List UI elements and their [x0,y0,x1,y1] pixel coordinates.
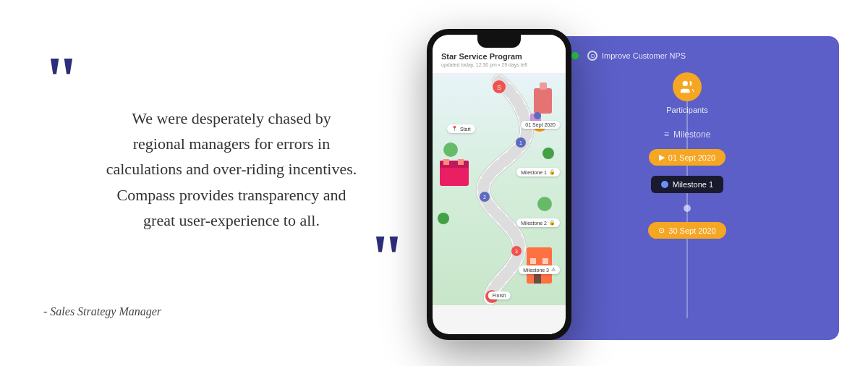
close-quote-row: " [43,226,420,291]
quote-text: We were desperately chased by regional m… [43,106,420,233]
svg-point-17 [534,112,541,119]
app-title: Star Service Program [441,52,557,61]
lock-icon: 🔒 [549,169,556,175]
svg-point-11 [537,197,552,211]
dashboard-content: Participants ≡ Milestone ▶ 01 Sept 2020 … [550,72,825,325]
svg-point-0 [683,81,688,86]
milestone-badge: Milestone 1 [651,176,723,193]
close-quote-mark: " [369,226,405,291]
svg-rect-15 [542,258,548,264]
date2-text: 30 Sept 2020 [668,226,715,235]
participants-svg [679,79,695,95]
start-icon: 📍 [451,126,458,132]
phone: Star Service Program updated today, 12:3… [427,29,571,340]
connector-dot [684,205,691,212]
start-date: 01 Sept 2020 [521,121,560,129]
svg-rect-8 [458,159,464,165]
quote-line-3: calculations and over-riding incentives. [106,160,357,178]
quote-line-2: regional managers for errors in [133,135,330,153]
app-subtitle: updated today, 12:30 pm • 29 days left [441,62,557,67]
date-pill-1: ▶ 01 Sept 2020 [649,149,726,166]
phone-map-area: S 1 2 3 F [433,74,566,305]
participants-label: Participants [666,106,707,114]
svg-rect-1 [534,88,552,114]
finish-label: Finish [488,291,511,299]
lock-icon-2: 🔒 [549,220,556,226]
open-quote-row: " [43,48,420,113]
milestone-badge-text: Milestone 1 [673,180,713,189]
play-icon: ▶ [659,153,665,162]
participants-node: Participants [666,72,707,114]
testimonial-section: " We were desperately chased by regional… [29,33,448,333]
dashboard-header: ⊙ Improve Customer NPS [550,51,825,61]
phone-wrapper: Star Service Program updated today, 12:3… [427,29,571,340]
ui-section: ⊙ Improve Customer NPS [448,22,839,344]
milestone-label-row: ≡ Milestone [664,129,711,140]
dashboard-card: ⊙ Improve Customer NPS [535,36,839,340]
svg-text:2: 2 [483,195,486,200]
quote-line-4: Compass provides transparency and [116,186,346,204]
phone-notch [477,35,521,48]
svg-text:1: 1 [519,140,522,145]
participants-icon [673,72,702,101]
start-label: 📍 Start [447,124,475,133]
clock-icon: ⊙ [658,226,665,235]
quote-wrapper: " We were desperately chased by regional… [43,48,420,291]
quote-line-1: We were desperately chased by [132,109,331,127]
svg-rect-14 [530,258,536,264]
traffic-light-green [571,52,579,59]
page-container: " We were desperately chased by regional… [0,0,868,366]
milestone-text: Milestone [673,129,710,140]
svg-rect-7 [443,159,449,165]
svg-text:S: S [497,84,501,91]
attribution: - Sales Strategy Manager [43,305,420,318]
alert-icon: ⚠ [551,267,556,273]
dashboard-title: ⊙ Improve Customer NPS [587,51,686,61]
svg-point-9 [443,142,458,157]
nps-icon: ⊙ [587,51,597,61]
svg-point-10 [542,148,554,159]
milestone2-label: Milestone 2 🔒 [516,218,560,227]
date-pill-2: ⊙ 30 Sept 2020 [648,222,726,239]
open-quote-mark: " [43,48,80,113]
date1-text: 01 Sept 2020 [668,153,715,162]
milestone3-label: Milestone 3 ⚠ [519,265,560,274]
phone-screen: Star Service Program updated today, 12:3… [433,35,566,334]
svg-rect-2 [540,82,547,90]
svg-point-12 [438,213,449,224]
dashboard-title-text: Improve Customer NPS [602,51,686,60]
milestone-dot [661,181,668,188]
milestone-icon: ≡ [664,129,669,140]
milestone1-label: Milestone 1 🔒 [516,168,560,176]
svg-text:3: 3 [515,249,518,254]
